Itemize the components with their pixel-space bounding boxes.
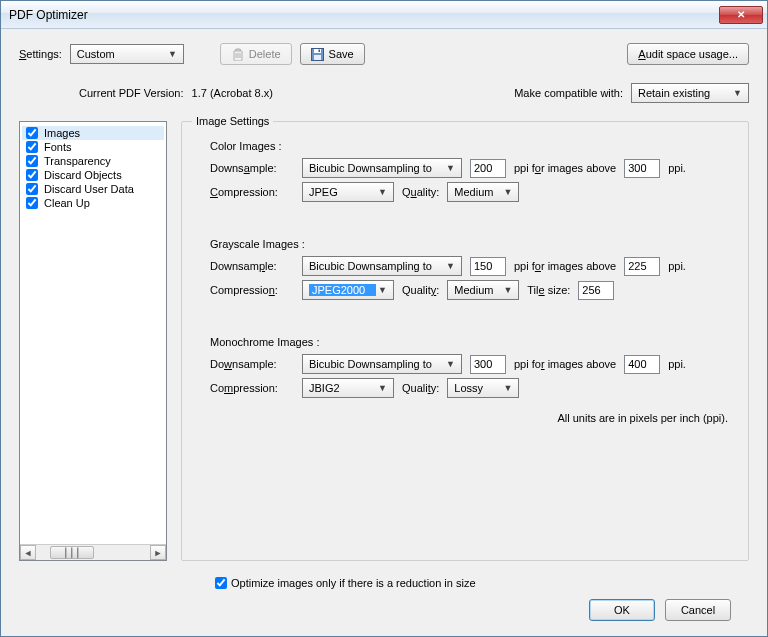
chevron-down-icon: ▼ — [501, 383, 514, 393]
mono-ppi-input[interactable] — [470, 355, 506, 374]
tile-size-input[interactable] — [578, 281, 614, 300]
main-area: Images Fonts Transparency Discard Object… — [19, 121, 749, 561]
sidebar-check-clean-up[interactable] — [26, 197, 38, 209]
pdf-optimizer-window: PDF Optimizer ✕ Settings: Custom ▼ Delet… — [0, 0, 768, 637]
gray-compression-dropdown[interactable]: JPEG2000 ▼ — [302, 280, 394, 300]
color-downsample-label: Downsample: — [210, 162, 294, 174]
chevron-down-icon: ▼ — [501, 187, 514, 197]
gray-header: Grayscale Images : — [210, 238, 734, 250]
mono-above-input[interactable] — [624, 355, 660, 374]
optimize-row: Optimize images only if there is a reduc… — [19, 577, 749, 589]
close-button[interactable]: ✕ — [719, 6, 763, 24]
footer-buttons: OK Cancel — [19, 589, 749, 621]
sidebar-scrollbar[interactable]: ◄ ┃┃┃ ► — [20, 544, 166, 560]
color-quality-label: Quality: — [402, 186, 439, 198]
sidebar-check-transparency[interactable] — [26, 155, 38, 167]
sidebar-item-clean-up[interactable]: Clean Up — [22, 196, 164, 210]
mono-downsample-row: Downsample: Bicubic Downsampling to ▼ pp… — [210, 354, 734, 374]
color-downsample-dropdown[interactable]: Bicubic Downsampling to ▼ — [302, 158, 462, 178]
chevron-down-icon: ▼ — [731, 88, 744, 98]
color-header: Color Images : — [210, 140, 734, 152]
mono-quality-dropdown[interactable]: Lossy ▼ — [447, 378, 519, 398]
current-version-label: Current PDF Version: — [79, 87, 184, 99]
gray-ppi-input[interactable] — [470, 257, 506, 276]
gray-quality-dropdown[interactable]: Medium ▼ — [447, 280, 519, 300]
gray-downsample-row: Downsample: Bicubic Downsampling to ▼ pp… — [210, 256, 734, 276]
chevron-down-icon: ▼ — [501, 285, 514, 295]
gray-compression-row: Compression: JPEG2000 ▼ Quality: Medium … — [210, 280, 734, 300]
gray-compression-label: Compression: — [210, 284, 294, 296]
scroll-track[interactable]: ┃┃┃ — [36, 545, 150, 560]
color-quality-dropdown[interactable]: Medium ▼ — [447, 182, 519, 202]
settings-dropdown[interactable]: Custom ▼ — [70, 44, 184, 64]
chevron-down-icon: ▼ — [376, 285, 389, 295]
mono-compression-dropdown[interactable]: JBIG2 ▼ — [302, 378, 394, 398]
gray-downsample-dropdown[interactable]: Bicubic Downsampling to ▼ — [302, 256, 462, 276]
toolbar-row: Settings: Custom ▼ Delete Save Audit sp — [19, 43, 749, 65]
mono-downsample-dropdown[interactable]: Bicubic Downsampling to ▼ — [302, 354, 462, 374]
scroll-thumb[interactable]: ┃┃┃ — [50, 546, 94, 559]
floppy-disk-icon — [311, 47, 325, 61]
color-compression-row: Compression: JPEG ▼ Quality: Medium ▼ — [210, 182, 734, 202]
image-settings-panel: Image Settings Color Images : Downsample… — [181, 121, 749, 561]
ok-button[interactable]: OK — [589, 599, 655, 621]
settings-label: Settings: — [19, 48, 62, 60]
color-downsample-row: Downsample: Bicubic Downsampling to ▼ pp… — [210, 158, 734, 178]
mono-compression-row: Compression: JBIG2 ▼ Quality: Lossy ▼ — [210, 378, 734, 398]
mono-header: Monochrome Images : — [210, 336, 734, 348]
gray-above-input[interactable] — [624, 257, 660, 276]
tile-size-label: Tile size: — [527, 284, 570, 296]
scroll-left-icon[interactable]: ◄ — [20, 545, 36, 560]
chevron-down-icon: ▼ — [444, 261, 457, 271]
color-ppi-input[interactable] — [470, 159, 506, 178]
trash-icon — [231, 47, 245, 61]
mono-compression-label: Compression: — [210, 382, 294, 394]
sidebar-check-images[interactable] — [26, 127, 38, 139]
titlebar: PDF Optimizer ✕ — [1, 1, 767, 29]
compat-dropdown[interactable]: Retain existing ▼ — [631, 83, 749, 103]
optimize-only-label: Optimize images only if there is a reduc… — [231, 577, 476, 589]
compat-label: Make compatible with: — [514, 87, 623, 99]
gray-quality-label: Quality: — [402, 284, 439, 296]
units-footnote: All units are in pixels per inch (ppi). — [196, 412, 734, 424]
mono-quality-label: Quality: — [402, 382, 439, 394]
color-compression-dropdown[interactable]: JPEG ▼ — [302, 182, 394, 202]
svg-rect-3 — [319, 49, 321, 52]
mono-downsample-label: Downsample: — [210, 358, 294, 370]
close-icon: ✕ — [737, 9, 745, 20]
chevron-down-icon: ▼ — [444, 163, 457, 173]
scroll-right-icon[interactable]: ► — [150, 545, 166, 560]
sidebar-item-images[interactable]: Images — [22, 126, 164, 140]
sidebar-item-discard-objects[interactable]: Discard Objects — [22, 168, 164, 182]
chevron-down-icon: ▼ — [376, 187, 389, 197]
sidebar-item-transparency[interactable]: Transparency — [22, 154, 164, 168]
chevron-down-icon: ▼ — [376, 383, 389, 393]
sidebar-check-fonts[interactable] — [26, 141, 38, 153]
audit-space-button[interactable]: Audit space usage... — [627, 43, 749, 65]
category-list: Images Fonts Transparency Discard Object… — [19, 121, 167, 561]
content-area: Settings: Custom ▼ Delete Save Audit sp — [1, 29, 767, 636]
panel-title: Image Settings — [192, 115, 273, 127]
save-button[interactable]: Save — [300, 43, 365, 65]
window-title: PDF Optimizer — [9, 8, 719, 22]
color-above-input[interactable] — [624, 159, 660, 178]
sidebar-item-discard-user-data[interactable]: Discard User Data — [22, 182, 164, 196]
chevron-down-icon: ▼ — [166, 49, 179, 59]
cancel-button[interactable]: Cancel — [665, 599, 731, 621]
sidebar-item-fonts[interactable]: Fonts — [22, 140, 164, 154]
optimize-only-checkbox[interactable] — [215, 577, 227, 589]
sidebar-check-discard-objects[interactable] — [26, 169, 38, 181]
current-version-value: 1.7 (Acrobat 8.x) — [192, 87, 273, 99]
version-row: Current PDF Version: 1.7 (Acrobat 8.x) M… — [19, 83, 749, 103]
sidebar-check-discard-user-data[interactable] — [26, 183, 38, 195]
gray-downsample-label: Downsample: — [210, 260, 294, 272]
chevron-down-icon: ▼ — [444, 359, 457, 369]
svg-rect-2 — [314, 55, 321, 60]
delete-button[interactable]: Delete — [220, 43, 292, 65]
color-compression-label: Compression: — [210, 186, 294, 198]
